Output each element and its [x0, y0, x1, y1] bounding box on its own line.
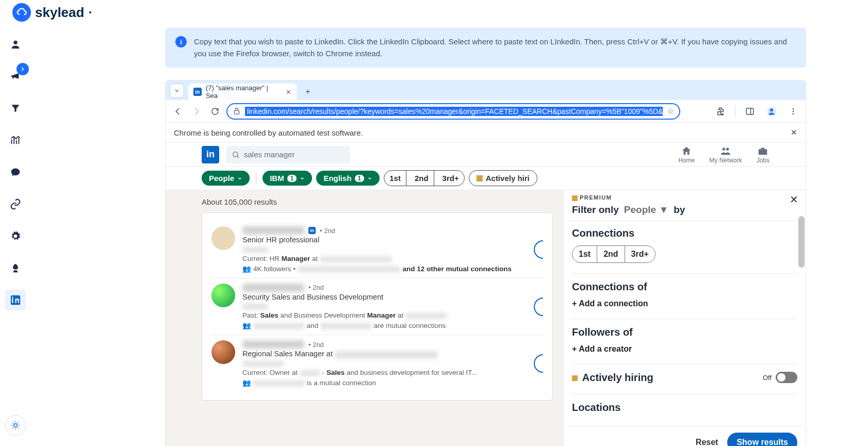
new-tab-button[interactable]: + — [301, 85, 315, 99]
connections-heading: Connections — [572, 227, 797, 239]
tab-strip: in (7) "sales manager" | Sea ✕ + — [166, 80, 806, 100]
logo-icon — [12, 3, 31, 22]
people-dropdown[interactable]: People ▼ — [624, 204, 668, 216]
svg-rect-4 — [746, 108, 754, 114]
svg-rect-3 — [234, 110, 239, 114]
actively-hiring-heading: Actively hiring — [582, 372, 653, 383]
sidebar-analytics[interactable] — [5, 130, 26, 151]
bookmark-star-icon[interactable]: ☆ — [667, 106, 674, 116]
sidebar-linkedin[interactable] — [5, 290, 26, 310]
connections-of-heading: Connections of — [572, 281, 797, 293]
svg-rect-13 — [759, 149, 767, 155]
hiring-toggle[interactable] — [776, 372, 797, 383]
by-label: by — [674, 204, 685, 216]
filter-hiring[interactable]: Actively hiri — [469, 170, 537, 186]
locations-heading: Locations — [572, 402, 797, 414]
app-logo: skylead — [12, 3, 91, 22]
result-card: in• 2nd Senior HR professional Current: … — [202, 212, 553, 401]
conn-1st[interactable]: 1st — [572, 246, 597, 262]
sidebar-settings[interactable] — [5, 226, 26, 246]
automation-close-icon[interactable]: ✕ — [791, 128, 797, 137]
sidebar-link[interactable] — [5, 194, 26, 214]
extensions-icon[interactable] — [713, 104, 728, 119]
profile-icon[interactable] — [764, 104, 779, 119]
linkedin-page: in sales manager Home My Network — [166, 143, 806, 446]
avatar — [211, 340, 235, 364]
svg-point-6 — [770, 108, 773, 111]
result-item[interactable]: • 2nd Security Sales and Business Develo… — [211, 278, 543, 336]
tab-title: (7) "sales manager" | Sea — [206, 84, 282, 100]
svg-point-7 — [793, 108, 794, 110]
info-text: Copy text that you wish to paste to Link… — [194, 36, 796, 59]
avatar — [211, 284, 235, 307]
url-text: linkedin.com/search/results/people/?keyw… — [245, 107, 663, 116]
add-connection-link[interactable]: + Add a connection — [572, 299, 797, 308]
back-button[interactable] — [171, 104, 185, 119]
svg-point-9 — [793, 113, 794, 114]
result-item[interactable]: in• 2nd Senior HR professional Current: … — [211, 221, 543, 278]
tab-dropdown-button[interactable] — [170, 84, 184, 98]
browser-frame: in (7) "sales manager" | Sea ✕ + — [165, 80, 806, 446]
results-column: About 105,000 results in• 2nd Senior HR … — [166, 190, 563, 446]
panel-icon[interactable] — [743, 104, 757, 119]
filter-english[interactable]: English 1 — [316, 171, 380, 186]
linkedin-search-input[interactable]: sales manager — [226, 146, 350, 163]
nav-jobs[interactable]: Jobs — [757, 145, 769, 164]
app-topbar: skylead — [0, 0, 868, 25]
nav-network[interactable]: My Network — [709, 145, 742, 164]
sidebar-filter[interactable] — [5, 98, 26, 119]
connection-degree-toggle: 1st 2nd 3rd+ — [572, 245, 656, 263]
linkedin-header: in sales manager Home My Network — [166, 143, 806, 167]
main-content: i Copy text that you wish to paste to Li… — [31, 25, 868, 446]
toggle-off-label: Off — [763, 374, 772, 382]
sidebar-campaigns[interactable] — [5, 66, 26, 87]
menu-icon[interactable] — [786, 104, 800, 119]
automation-text: Chrome is being controlled by automated … — [174, 128, 363, 137]
sidebar-launch[interactable] — [5, 258, 26, 278]
results-area: About 105,000 results in• 2nd Senior HR … — [166, 190, 806, 446]
forward-button[interactable] — [189, 104, 204, 119]
filter-row: People IBM 1 English 1 1 — [166, 167, 806, 190]
results-count: About 105,000 results — [202, 197, 553, 206]
result-item[interactable]: • 2nd Regional Sales Manager at Current:… — [211, 335, 543, 392]
avatar — [211, 226, 235, 250]
linkedin-logo-icon[interactable]: in — [202, 146, 219, 163]
panel-scrollbar[interactable] — [798, 216, 805, 268]
info-banner: i Copy text that you wish to paste to Li… — [165, 28, 806, 68]
filter-panel: PREMIUM ✕ Filter only People ▼ by Connec… — [563, 190, 806, 446]
svg-point-2 — [14, 424, 18, 427]
svg-point-11 — [723, 147, 726, 151]
filter-only-label: Filter only — [572, 204, 619, 216]
info-icon: i — [175, 36, 187, 47]
show-results-button[interactable]: Show results — [727, 433, 797, 446]
logo-text: skylead — [35, 5, 84, 21]
conn-2nd[interactable]: 2nd — [597, 246, 625, 262]
panel-close-icon[interactable]: ✕ — [790, 193, 798, 206]
reset-button[interactable]: Reset — [696, 438, 718, 446]
theme-toggle[interactable] — [5, 415, 26, 436]
connect-arc[interactable] — [534, 240, 543, 259]
svg-point-12 — [726, 147, 729, 151]
connect-arc[interactable] — [534, 298, 543, 316]
conn-3rd[interactable]: 3rd+ — [625, 246, 655, 262]
followers-of-heading: Followers of — [572, 326, 797, 338]
add-creator-link[interactable]: + Add a creator — [572, 344, 797, 354]
svg-point-8 — [793, 110, 794, 112]
linkedin-nav: Home My Network Jobs — [678, 145, 769, 164]
svg-point-0 — [13, 41, 17, 44]
connect-arc[interactable] — [534, 354, 543, 373]
automation-banner: Chrome is being controlled by automated … — [166, 123, 806, 143]
sidebar-contacts[interactable] — [5, 34, 26, 55]
filter-people[interactable]: People — [202, 171, 250, 186]
tab-close-icon[interactable]: ✕ — [286, 88, 291, 96]
linkedin-favicon: in — [193, 88, 202, 96]
sidebar-chat[interactable] — [5, 162, 26, 183]
filter-connections-seg[interactable]: 1st 2nd 3rd+ — [384, 170, 464, 186]
reload-button[interactable] — [208, 104, 222, 119]
browser-tab[interactable]: in (7) "sales manager" | Sea ✕ — [188, 84, 297, 100]
filter-ibm[interactable]: IBM 1 — [263, 171, 312, 186]
premium-tag: PREMIUM — [572, 194, 797, 201]
browser-toolbar: linkedin.com/search/results/people/?keyw… — [166, 100, 806, 123]
url-bar[interactable]: linkedin.com/search/results/people/?keyw… — [226, 103, 680, 120]
nav-home[interactable]: Home — [678, 145, 695, 164]
